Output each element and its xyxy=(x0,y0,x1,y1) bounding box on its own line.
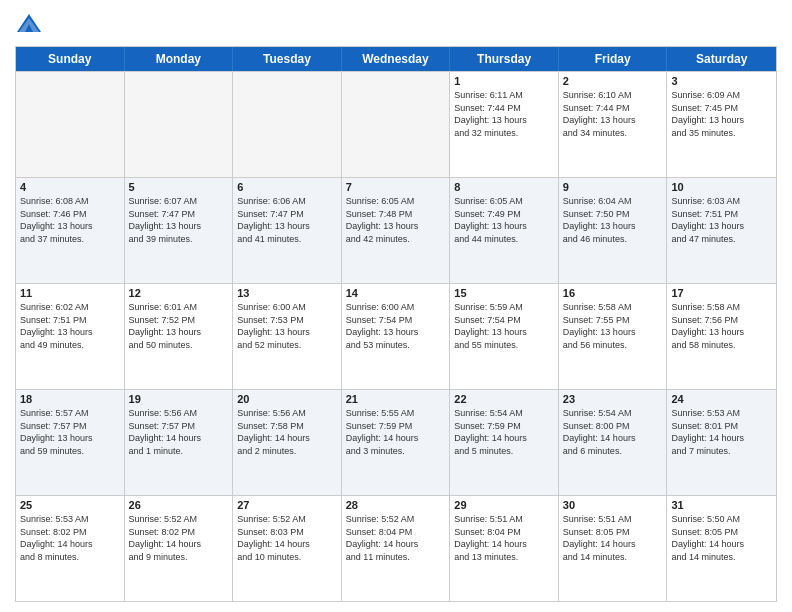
day-number: 4 xyxy=(20,181,120,193)
day-info: Sunrise: 5:52 AM Sunset: 8:03 PM Dayligh… xyxy=(237,513,337,563)
day-info: Sunrise: 5:53 AM Sunset: 8:01 PM Dayligh… xyxy=(671,407,772,457)
empty-cell xyxy=(342,72,451,177)
day-info: Sunrise: 5:54 AM Sunset: 8:00 PM Dayligh… xyxy=(563,407,663,457)
day-number: 24 xyxy=(671,393,772,405)
day-number: 9 xyxy=(563,181,663,193)
week-row-1: 1Sunrise: 6:11 AM Sunset: 7:44 PM Daylig… xyxy=(16,71,776,177)
empty-cell xyxy=(16,72,125,177)
day-number: 20 xyxy=(237,393,337,405)
day-cell-19: 19Sunrise: 5:56 AM Sunset: 7:57 PM Dayli… xyxy=(125,390,234,495)
day-info: Sunrise: 6:08 AM Sunset: 7:46 PM Dayligh… xyxy=(20,195,120,245)
day-info: Sunrise: 6:11 AM Sunset: 7:44 PM Dayligh… xyxy=(454,89,554,139)
week-row-3: 11Sunrise: 6:02 AM Sunset: 7:51 PM Dayli… xyxy=(16,283,776,389)
header-day-sunday: Sunday xyxy=(16,47,125,71)
day-info: Sunrise: 5:56 AM Sunset: 7:58 PM Dayligh… xyxy=(237,407,337,457)
day-cell-3: 3Sunrise: 6:09 AM Sunset: 7:45 PM Daylig… xyxy=(667,72,776,177)
day-cell-14: 14Sunrise: 6:00 AM Sunset: 7:54 PM Dayli… xyxy=(342,284,451,389)
day-info: Sunrise: 6:09 AM Sunset: 7:45 PM Dayligh… xyxy=(671,89,772,139)
day-cell-4: 4Sunrise: 6:08 AM Sunset: 7:46 PM Daylig… xyxy=(16,178,125,283)
day-cell-7: 7Sunrise: 6:05 AM Sunset: 7:48 PM Daylig… xyxy=(342,178,451,283)
day-cell-10: 10Sunrise: 6:03 AM Sunset: 7:51 PM Dayli… xyxy=(667,178,776,283)
day-cell-15: 15Sunrise: 5:59 AM Sunset: 7:54 PM Dayli… xyxy=(450,284,559,389)
logo-icon xyxy=(15,10,43,38)
header xyxy=(15,10,777,38)
day-cell-2: 2Sunrise: 6:10 AM Sunset: 7:44 PM Daylig… xyxy=(559,72,668,177)
day-cell-29: 29Sunrise: 5:51 AM Sunset: 8:04 PM Dayli… xyxy=(450,496,559,601)
day-number: 28 xyxy=(346,499,446,511)
day-number: 12 xyxy=(129,287,229,299)
day-info: Sunrise: 5:56 AM Sunset: 7:57 PM Dayligh… xyxy=(129,407,229,457)
day-info: Sunrise: 5:59 AM Sunset: 7:54 PM Dayligh… xyxy=(454,301,554,351)
day-number: 30 xyxy=(563,499,663,511)
day-info: Sunrise: 6:03 AM Sunset: 7:51 PM Dayligh… xyxy=(671,195,772,245)
calendar-header-row: SundayMondayTuesdayWednesdayThursdayFrid… xyxy=(16,47,776,71)
day-info: Sunrise: 5:53 AM Sunset: 8:02 PM Dayligh… xyxy=(20,513,120,563)
day-cell-16: 16Sunrise: 5:58 AM Sunset: 7:55 PM Dayli… xyxy=(559,284,668,389)
day-info: Sunrise: 5:58 AM Sunset: 7:55 PM Dayligh… xyxy=(563,301,663,351)
day-number: 22 xyxy=(454,393,554,405)
day-cell-22: 22Sunrise: 5:54 AM Sunset: 7:59 PM Dayli… xyxy=(450,390,559,495)
day-info: Sunrise: 6:00 AM Sunset: 7:53 PM Dayligh… xyxy=(237,301,337,351)
day-cell-12: 12Sunrise: 6:01 AM Sunset: 7:52 PM Dayli… xyxy=(125,284,234,389)
day-number: 7 xyxy=(346,181,446,193)
day-cell-21: 21Sunrise: 5:55 AM Sunset: 7:59 PM Dayli… xyxy=(342,390,451,495)
day-number: 14 xyxy=(346,287,446,299)
day-info: Sunrise: 6:00 AM Sunset: 7:54 PM Dayligh… xyxy=(346,301,446,351)
day-info: Sunrise: 5:51 AM Sunset: 8:04 PM Dayligh… xyxy=(454,513,554,563)
day-info: Sunrise: 5:54 AM Sunset: 7:59 PM Dayligh… xyxy=(454,407,554,457)
week-row-2: 4Sunrise: 6:08 AM Sunset: 7:46 PM Daylig… xyxy=(16,177,776,283)
day-info: Sunrise: 6:04 AM Sunset: 7:50 PM Dayligh… xyxy=(563,195,663,245)
day-info: Sunrise: 5:55 AM Sunset: 7:59 PM Dayligh… xyxy=(346,407,446,457)
day-number: 5 xyxy=(129,181,229,193)
empty-cell xyxy=(125,72,234,177)
day-info: Sunrise: 6:10 AM Sunset: 7:44 PM Dayligh… xyxy=(563,89,663,139)
day-cell-17: 17Sunrise: 5:58 AM Sunset: 7:56 PM Dayli… xyxy=(667,284,776,389)
day-number: 17 xyxy=(671,287,772,299)
week-row-4: 18Sunrise: 5:57 AM Sunset: 7:57 PM Dayli… xyxy=(16,389,776,495)
day-number: 18 xyxy=(20,393,120,405)
day-info: Sunrise: 6:07 AM Sunset: 7:47 PM Dayligh… xyxy=(129,195,229,245)
day-number: 19 xyxy=(129,393,229,405)
header-day-tuesday: Tuesday xyxy=(233,47,342,71)
day-number: 13 xyxy=(237,287,337,299)
day-number: 1 xyxy=(454,75,554,87)
empty-cell xyxy=(233,72,342,177)
day-cell-20: 20Sunrise: 5:56 AM Sunset: 7:58 PM Dayli… xyxy=(233,390,342,495)
day-number: 10 xyxy=(671,181,772,193)
day-cell-26: 26Sunrise: 5:52 AM Sunset: 8:02 PM Dayli… xyxy=(125,496,234,601)
logo xyxy=(15,10,47,38)
day-cell-1: 1Sunrise: 6:11 AM Sunset: 7:44 PM Daylig… xyxy=(450,72,559,177)
day-cell-31: 31Sunrise: 5:50 AM Sunset: 8:05 PM Dayli… xyxy=(667,496,776,601)
day-number: 3 xyxy=(671,75,772,87)
day-info: Sunrise: 6:02 AM Sunset: 7:51 PM Dayligh… xyxy=(20,301,120,351)
day-info: Sunrise: 5:50 AM Sunset: 8:05 PM Dayligh… xyxy=(671,513,772,563)
day-info: Sunrise: 5:57 AM Sunset: 7:57 PM Dayligh… xyxy=(20,407,120,457)
calendar: SundayMondayTuesdayWednesdayThursdayFrid… xyxy=(15,46,777,602)
day-cell-6: 6Sunrise: 6:06 AM Sunset: 7:47 PM Daylig… xyxy=(233,178,342,283)
header-day-saturday: Saturday xyxy=(667,47,776,71)
day-info: Sunrise: 6:01 AM Sunset: 7:52 PM Dayligh… xyxy=(129,301,229,351)
day-info: Sunrise: 5:58 AM Sunset: 7:56 PM Dayligh… xyxy=(671,301,772,351)
day-cell-24: 24Sunrise: 5:53 AM Sunset: 8:01 PM Dayli… xyxy=(667,390,776,495)
day-number: 26 xyxy=(129,499,229,511)
day-number: 29 xyxy=(454,499,554,511)
day-info: Sunrise: 6:05 AM Sunset: 7:48 PM Dayligh… xyxy=(346,195,446,245)
week-row-5: 25Sunrise: 5:53 AM Sunset: 8:02 PM Dayli… xyxy=(16,495,776,601)
day-number: 6 xyxy=(237,181,337,193)
day-info: Sunrise: 5:51 AM Sunset: 8:05 PM Dayligh… xyxy=(563,513,663,563)
day-number: 2 xyxy=(563,75,663,87)
day-number: 8 xyxy=(454,181,554,193)
day-cell-5: 5Sunrise: 6:07 AM Sunset: 7:47 PM Daylig… xyxy=(125,178,234,283)
calendar-body: 1Sunrise: 6:11 AM Sunset: 7:44 PM Daylig… xyxy=(16,71,776,601)
day-number: 27 xyxy=(237,499,337,511)
day-number: 23 xyxy=(563,393,663,405)
header-day-monday: Monday xyxy=(125,47,234,71)
page: SundayMondayTuesdayWednesdayThursdayFrid… xyxy=(0,0,792,612)
header-day-thursday: Thursday xyxy=(450,47,559,71)
day-number: 21 xyxy=(346,393,446,405)
day-number: 16 xyxy=(563,287,663,299)
day-number: 11 xyxy=(20,287,120,299)
day-number: 25 xyxy=(20,499,120,511)
day-cell-30: 30Sunrise: 5:51 AM Sunset: 8:05 PM Dayli… xyxy=(559,496,668,601)
day-number: 31 xyxy=(671,499,772,511)
